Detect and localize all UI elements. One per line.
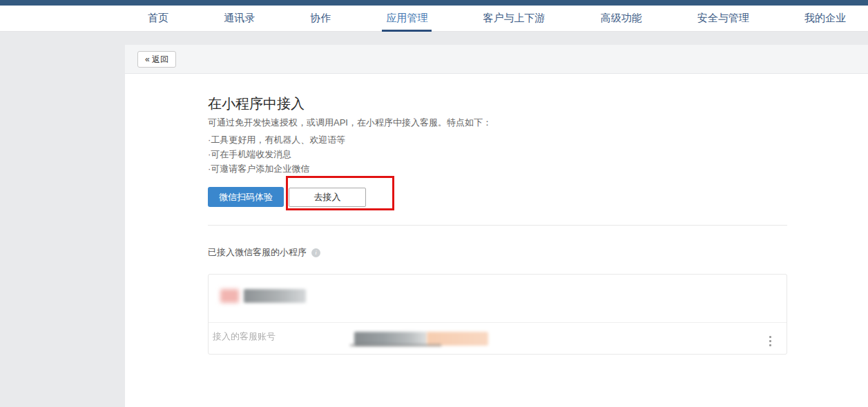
tab-home[interactable]: 首页 bbox=[145, 6, 171, 31]
info-icon[interactable]: i bbox=[311, 248, 320, 257]
go-connect-button[interactable]: 去接入 bbox=[289, 188, 366, 207]
more-options-kebab-icon[interactable] bbox=[762, 332, 778, 349]
back-button[interactable]: « 返回 bbox=[137, 51, 176, 68]
tab-app-management[interactable]: 应用管理 bbox=[383, 6, 430, 31]
page-title: 在小程序中接入 bbox=[208, 95, 305, 113]
connected-miniprogram-section-title: 已接入微信客服的小程序 i bbox=[208, 246, 320, 259]
connected-miniprogram-card: 接入的客服账号 bbox=[208, 274, 787, 355]
section-title-text: 已接入微信客服的小程序 bbox=[208, 246, 307, 259]
section-divider bbox=[208, 225, 787, 226]
account-label: 接入的客服账号 bbox=[213, 330, 276, 343]
redacted-text-smudge bbox=[350, 344, 441, 346]
feature-item: ·可在手机端收发消息 bbox=[208, 147, 345, 161]
panel-header: « 返回 bbox=[125, 45, 868, 74]
tab-customers[interactable]: 客户与上下游 bbox=[481, 6, 548, 31]
top-browser-strip bbox=[0, 0, 868, 6]
card-divider bbox=[209, 322, 787, 323]
redacted-account-value-2 bbox=[427, 332, 488, 346]
feature-list: ·工具更好用，有机器人、欢迎语等 ·可在手机端收发消息 ·可邀请客户添加企业微信 bbox=[208, 132, 345, 176]
main-nav: 首页 通讯录 协作 应用管理 客户与上下游 高级功能 安全与管理 我的企业 bbox=[0, 6, 868, 32]
wechat-scan-experience-button[interactable]: 微信扫码体验 bbox=[208, 187, 284, 207]
page-description: 可通过免开发快速授权，或调用API，在小程序中接入客服。特点如下： bbox=[208, 117, 492, 129]
tab-my-enterprise[interactable]: 我的企业 bbox=[802, 6, 849, 31]
redacted-miniprogram-name bbox=[244, 289, 306, 303]
redacted-miniprogram-icon bbox=[220, 289, 239, 303]
tab-advanced-features[interactable]: 高级功能 bbox=[598, 6, 645, 31]
tab-contacts[interactable]: 通讯录 bbox=[221, 6, 258, 31]
redacted-account-value bbox=[354, 332, 427, 346]
tab-collaboration[interactable]: 协作 bbox=[307, 6, 334, 31]
feature-item: ·可邀请客户添加企业微信 bbox=[208, 161, 345, 176]
tab-security-management[interactable]: 安全与管理 bbox=[695, 6, 752, 31]
feature-item: ·工具更好用，有机器人、欢迎语等 bbox=[208, 132, 345, 147]
content-panel: « 返回 在小程序中接入 可通过免开发快速授权，或调用API，在小程序中接入客服… bbox=[125, 45, 868, 407]
page: 首页 通讯录 协作 应用管理 客户与上下游 高级功能 安全与管理 我的企业 « … bbox=[0, 0, 868, 407]
